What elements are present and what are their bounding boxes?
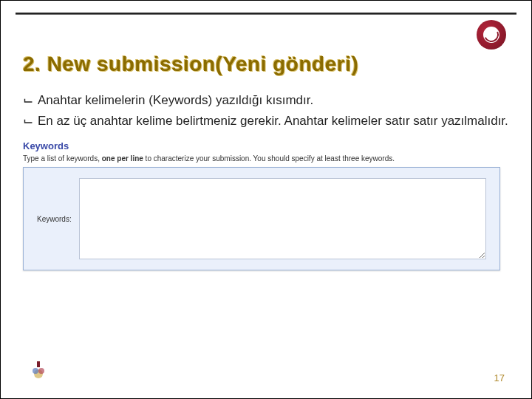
- svg-point-2: [38, 368, 44, 374]
- keywords-heading: Keywords: [23, 140, 500, 151]
- svg-point-1: [33, 368, 38, 374]
- desc-prefix: Type a list of keywords,: [23, 154, 102, 163]
- list-item: ⌙ Anahtar kelimelerin (Keywords) yazıldı…: [23, 91, 509, 110]
- slide: 2. New submission(Yeni gönderi) ⌙ Anahta…: [0, 0, 532, 399]
- slide-title: 2. New submission(Yeni gönderi): [23, 52, 509, 76]
- bullet-icon: ⌙: [23, 112, 33, 131]
- keywords-box: Keywords:: [23, 167, 500, 270]
- bullet-list: ⌙ Anahtar kelimelerin (Keywords) yazıldı…: [23, 91, 509, 130]
- university-seal-icon: [477, 20, 506, 50]
- keywords-description: Type a list of keywords, one per line to…: [23, 154, 500, 163]
- desc-suffix: to characterize your submission. You sho…: [143, 154, 395, 163]
- list-item: ⌙ En az üç anahtar kelime belirtmeniz ge…: [23, 112, 509, 131]
- keywords-panel: Keywords Type a list of keywords, one pe…: [23, 140, 500, 270]
- desc-bold: one per line: [102, 154, 143, 163]
- page-number: 17: [494, 372, 505, 383]
- footer-logo-icon: [27, 358, 50, 381]
- keywords-label: Keywords:: [37, 215, 72, 223]
- bullet-icon: ⌙: [23, 91, 33, 110]
- keywords-textarea[interactable]: [79, 178, 486, 259]
- bullet-text: En az üç anahtar kelime belirtmeniz gere…: [38, 112, 509, 131]
- svg-rect-3: [37, 361, 40, 367]
- bullet-text: Anahtar kelimelerin (Keywords) yazıldığı…: [38, 91, 509, 110]
- top-divider: [16, 13, 516, 14]
